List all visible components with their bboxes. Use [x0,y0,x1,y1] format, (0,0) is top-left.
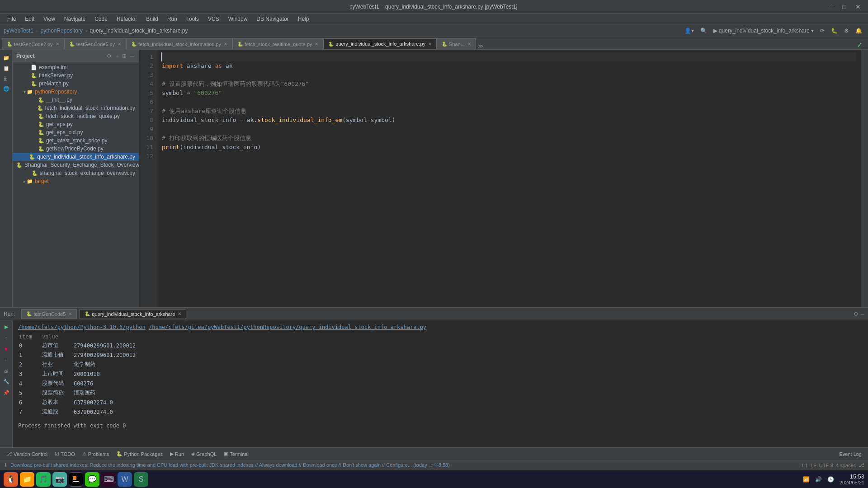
lf-indicator[interactable]: LF [811,463,816,468]
menu-refactor[interactable]: Refactor [113,15,141,23]
browser-tool-btn[interactable]: 🌐 [2,84,11,94]
tree-item-get-eps[interactable]: 🐍 get_eps.py [13,120,139,128]
menu-navigate[interactable]: Navigate [61,15,89,23]
tree-item-get-new-price[interactable]: 🐍 getNewPriceByCode.py [13,145,139,153]
status-download-link[interactable]: Download pre-built shared indexes: Reduc… [10,462,450,469]
menu-help[interactable]: Help [294,15,313,23]
tree-item-get-latest[interactable]: 🐍 get_latest_stock_price.py [13,136,139,145]
tab-close-6[interactable]: ✕ [467,42,471,47]
bottom-python-packages[interactable]: 🐍 Python Packages [113,450,165,458]
tree-item-shanghai-security[interactable]: 🐍 Shanghai_Security_Exchange_Stock_Overv… [13,161,139,169]
project-wheel-icon[interactable]: ⚙ [106,52,113,60]
menu-file[interactable]: File [4,15,19,23]
menu-window[interactable]: Window [225,15,251,23]
tab-testgencode2[interactable]: 🐍 testGenCode2.py ✕ [2,38,64,49]
nav-run-config[interactable]: ▶ query_individual_stock_info_arkshare ▾ [711,27,816,35]
breadcrumb-folder[interactable]: pythonRepository [40,28,82,34]
menu-edit[interactable]: Edit [21,15,38,23]
bottom-todo[interactable]: ☑ TODO [52,450,78,458]
nav-refresh-btn[interactable]: ⟳ [818,27,827,35]
indent-indicator[interactable]: 4 spaces [836,463,856,468]
menu-db-navigator[interactable]: DB Navigator [253,15,292,23]
project-tool-btn[interactable]: 📁 [2,53,11,63]
tree-item-flask-server[interactable]: 🐍 flaskServer.py [13,71,139,80]
close-button[interactable]: ✕ [853,3,863,10]
run-tab-close-2[interactable]: ✕ [178,311,181,316]
run-tab-query[interactable]: 🐍 query_individual_stock_info_arkshare ✕ [80,309,186,319]
run-pin-btn[interactable]: 📌 [2,388,11,398]
project-settings-icon[interactable]: ⊞ [121,52,127,60]
maximize-button[interactable]: □ [840,3,849,10]
breadcrumb-project[interactable]: pyWebTest1 [4,28,33,34]
run-settings-btn[interactable]: ⚙ [854,311,859,317]
run-print-btn[interactable]: 🖨 [2,366,10,375]
taskbar-excel-icon[interactable]: S [134,472,148,487]
encoding-indicator[interactable]: UTF-8 [819,463,833,468]
run-python-path[interactable]: /home/cfets/python/Python-3.10.6/python [18,324,146,330]
tab-shan[interactable]: 🐍 Shan... ✕ [437,38,476,49]
bottom-problems[interactable]: ⚠ Problems [80,450,112,458]
taskbar-wechat-icon[interactable]: 💬 [85,472,99,487]
tab-close-5[interactable]: ✕ [428,42,432,47]
bottom-version-control[interactable]: ⎇ Version Control [4,450,50,458]
run-tab-testgencode5[interactable]: 🐍 testGenCode5 ✕ [21,309,77,319]
tab-testgencode5[interactable]: 🐍 testGenCode5.py ✕ [64,38,127,49]
code-editor[interactable]: 1 2 3 4 5 6 7 8 9 10 11 12 import akshar… [139,50,861,307]
run-stop-btn[interactable]: ■ [3,344,9,353]
run-scroll-up-btn[interactable]: ↑ [4,333,9,343]
tree-item-query-individual[interactable]: 🐍 query_individual_stock_info_arkshare.p… [13,153,139,161]
nav-settings-btn[interactable]: ⚙ [842,27,851,35]
tree-item-fetch-individual[interactable]: 🐍 fetch_individual_stock_information.py [13,104,139,112]
taskbar-terminal-icon[interactable]: ⌨ [101,472,116,487]
problems-label: Problems [88,451,109,457]
tree-item-target[interactable]: ▸ 📁 target [13,177,139,185]
tab-close-2[interactable]: ✕ [118,42,121,47]
minimize-button[interactable]: ─ [826,3,836,10]
bottom-graphql[interactable]: ◈ GraphQL [189,450,219,458]
tree-item-python-repo[interactable]: ▾ 📁 pythonRepository [13,88,139,96]
structure-tool-btn[interactable]: 📋 [2,64,11,73]
bottom-run[interactable]: ▶ Run [167,450,187,458]
tree-item-example-iml[interactable]: 📄 example.iml [13,63,139,71]
run-tab-close-1[interactable]: ✕ [68,311,72,316]
code-content[interactable]: import akshare as ak # 设置股票代码，例如恒瑞医药的股票代… [157,50,861,307]
taskbar-photos-icon[interactable]: 📷 [52,472,67,487]
tree-item-init[interactable]: 🐍 __init__.py [13,96,139,104]
menu-view[interactable]: View [40,15,59,23]
nav-bell-btn[interactable]: 🔔 [853,27,864,35]
more-tabs-btn[interactable]: ≫ [478,43,484,49]
db-tool-btn[interactable]: 🗄 [2,74,11,83]
menu-vcs[interactable]: VCS [204,15,223,23]
menu-build[interactable]: Build [142,15,162,23]
project-minimize-icon[interactable]: ─ [129,52,135,60]
run-list-btn[interactable]: ≡ [3,355,9,364]
tab-fetch-realtime[interactable]: 🐍 fetch_stock_realtime_quote.py ✕ [232,38,323,49]
run-tool-btn[interactable]: 🔧 [2,377,11,386]
tab-fetch-individual[interactable]: 🐍 fetch_individual_stock_information.py … [126,38,232,49]
menu-code[interactable]: Code [91,15,111,23]
run-minimize-btn[interactable]: ─ [860,311,864,317]
tree-item-fetch-realtime[interactable]: 🐍 fetch_stock_realtime_quote.py [13,112,139,120]
tree-item-shanghai-stock[interactable]: 🐍 shanghai_stock_exchange_overview.py [13,169,139,177]
tree-item-prematch[interactable]: 🐍 preMatch.py [13,80,139,88]
tab-query-individual[interactable]: 🐍 query_individual_stock_info_arkshare.p… [323,38,437,49]
run-play-btn[interactable]: ▶ [3,322,9,332]
taskbar-jetbrains-icon[interactable] [69,472,83,487]
tree-item-get-eps-old[interactable]: 🐍 get_eps_old.py [13,128,139,136]
bottom-terminal[interactable]: ▣ Terminal [221,450,251,458]
menu-tools[interactable]: Tools [183,15,203,23]
project-layout-icon[interactable]: ≡ [114,52,119,60]
nav-account-btn[interactable]: 👤▾ [682,27,696,35]
menu-run[interactable]: Run [164,15,181,23]
nav-debug-btn[interactable]: 🐛 [829,27,840,35]
taskbar-ubuntu-icon[interactable]: 🐧 [4,472,18,487]
tab-close-4[interactable]: ✕ [315,42,318,47]
tab-close-3[interactable]: ✕ [224,42,227,47]
tab-close-1[interactable]: ✕ [56,42,59,47]
taskbar-files-icon[interactable]: 📁 [20,472,34,487]
event-log-btn[interactable]: Event Log [836,450,864,458]
taskbar-music-icon[interactable]: 🎵 [36,472,51,487]
run-script-path[interactable]: /home/cfets/gitea/pyWebTest1/pythonRepos… [149,324,426,330]
nav-search-btn[interactable]: 🔍 [698,27,709,35]
taskbar-word-icon[interactable]: W [118,472,132,487]
